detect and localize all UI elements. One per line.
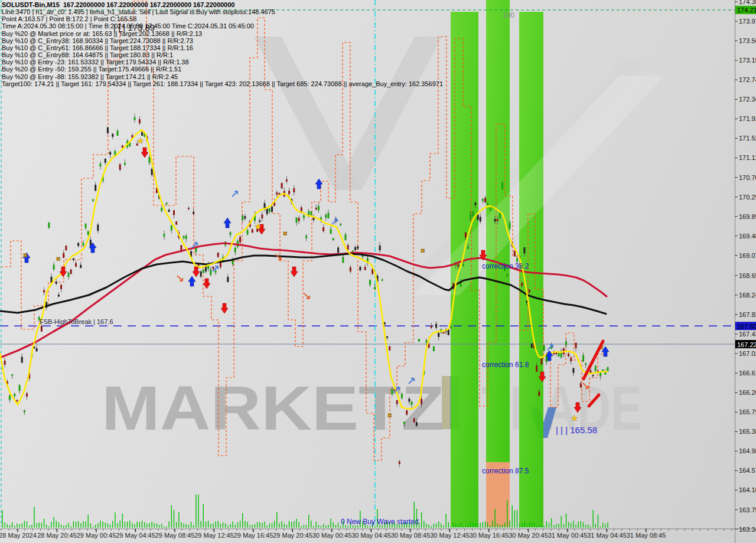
info-line: Buy %10 @ C_Entry38: 168.90334 || Target… <box>2 37 443 44</box>
info-line: Buy %10 @ C_Entry88: 164.64875 || Target… <box>2 51 443 58</box>
time-tick-label: 29 May 12:45 <box>194 532 234 539</box>
info-line: Buy %10 @ C_Entry61: 166.86666 || Target… <box>2 44 443 51</box>
x-mark-icon: ✖ <box>56 256 61 262</box>
time-tick-label: 30 May 08:45 <box>391 532 431 539</box>
price-tick-label: 168.654 <box>739 272 756 279</box>
sell-arrow-icon <box>291 267 298 277</box>
price-tick-label: 173.973 <box>739 18 756 25</box>
time-tick-label: 30 May 12:45 <box>430 532 470 539</box>
buy-arrow-icon <box>315 179 322 189</box>
slow-ma-line <box>0 243 607 358</box>
sell-arrow-icon <box>141 148 148 158</box>
price-tick-label: 170.707 <box>739 174 756 181</box>
price-tick-label: 164.165 <box>739 486 756 493</box>
price-tick-label: 163.349 <box>739 526 756 533</box>
up-right-arrow-icon <box>232 191 237 197</box>
chart-label: correction 38.2 <box>482 262 529 270</box>
time-axis[interactable]: 28 May 202428 May 20:4529 May 00:4529 Ma… <box>0 529 732 539</box>
chart-label: 100 <box>503 11 514 19</box>
price-marker-value: 167.220 <box>737 341 756 348</box>
x-mark-icon: ✖ <box>283 231 288 237</box>
price-tick-label: 167.022 <box>739 350 756 357</box>
x-mark-icon: ✖ <box>421 248 425 254</box>
price-tick-label: 163.757 <box>739 506 756 513</box>
star-icon: ★ <box>571 414 578 423</box>
price-tick-label: 165.389 <box>739 428 756 435</box>
star-icon: ★ <box>137 136 144 145</box>
buy-arrow-icon <box>188 276 195 286</box>
price-tick-label: 166.614 <box>739 369 756 377</box>
info-line: Line:3470 | h1_atr_c0: 1.495 | tema_h1_s… <box>2 8 443 15</box>
time-tick-label: 30 May 16:45 <box>470 532 509 539</box>
price-tick-label: 170.299 <box>739 194 756 201</box>
down-right-arrow-icon <box>304 293 309 299</box>
sell-arrow-icon <box>221 303 228 313</box>
time-tick-label: 28 May 20:45 <box>37 532 77 539</box>
watermark: MARKETZTRADE <box>102 37 651 443</box>
price-tick-label: 167.430 <box>739 331 756 338</box>
price-tick-label: 166.206 <box>739 389 756 396</box>
price-marker-value: 167.600 <box>737 323 756 330</box>
watermark-bar-beige <box>442 376 450 429</box>
price-tick-label: 173.564 <box>739 37 756 44</box>
time-tick-label: 29 May 08:45 <box>155 532 195 539</box>
info-line: Target100: 174.21 || Target 161: 179.543… <box>2 80 443 87</box>
up-right-arrow-icon <box>332 219 337 224</box>
time-tick-label: 28 May 2024 <box>0 532 37 539</box>
buy-arrow-icon <box>224 218 231 228</box>
chart-label: correction 87.5 <box>482 467 529 475</box>
price-tick-label: 169.483 <box>739 233 756 240</box>
price-marker-value: 174.210 <box>737 6 756 14</box>
price-tick-label: 171.524 <box>739 135 756 142</box>
wave-bands <box>413 0 665 527</box>
time-tick-label: 30 May 04:45 <box>351 532 391 539</box>
down-right-arrow-icon <box>177 276 183 281</box>
time-tick-label: 29 May 00:45 <box>77 532 116 539</box>
price-tick-label: 172.748 <box>739 76 756 83</box>
chart-labels: | | | 173.89100FSB-HighToBreak | 167.6co… <box>40 11 597 526</box>
time-tick-label: 31 May 00:45 <box>548 532 588 539</box>
chart-label: FSB-HighToBreak | 167.6 <box>40 318 113 325</box>
info-line: Time A:2024.05.30 08:15:00 | Time B:2024… <box>2 22 443 30</box>
price-tick-label: 168.246 <box>739 292 756 299</box>
time-tick-label: 29 May 04:45 <box>116 532 155 539</box>
price-tick-label: 169.075 <box>739 252 756 259</box>
info-line: SOLUSDT-Bin,M15 167.22000000 167.2200000… <box>2 1 443 8</box>
chart-window: MARKETZTRADE★★★✖✖✖✖✖✖| | | 173.89100FSB-… <box>0 0 756 543</box>
time-tick-label: 31 May 04:45 <box>587 532 627 539</box>
info-line: Buy %20 @ Entry -88: 155.92382 || Target… <box>2 73 443 80</box>
volume-histogram <box>2 495 608 528</box>
time-tick-label: 29 May 16:45 <box>234 532 273 539</box>
price-tick-label: 171.116 <box>739 154 756 161</box>
price-tick-label: 167.838 <box>739 311 756 318</box>
price-tick-label: 164.981 <box>739 447 756 454</box>
sell-arrow-icon <box>203 279 210 289</box>
price-tick-label: 171.932 <box>739 115 756 122</box>
time-tick-label: 30 May 20:45 <box>509 532 548 539</box>
time-tick-label: 30 May 00:45 <box>312 532 352 539</box>
info-panel: SOLUSDT-Bin,M15 167.22000000 167.2200000… <box>2 1 443 87</box>
chart-label: | | | 165.58 <box>556 425 597 435</box>
price-tick-label: 165.797 <box>739 408 756 416</box>
time-tick-label: 29 May 20:45 <box>273 532 312 539</box>
info-line: Point A:163.57 | Point B:172.2 | Point C… <box>2 15 443 22</box>
price-tick-label: 172.340 <box>739 96 756 103</box>
x-mark-icon: ✖ <box>387 413 392 418</box>
time-tick-label: 31 May 08:45 <box>627 532 666 539</box>
price-tick-label: 173.156 <box>739 57 756 64</box>
chart-label: correction 61.8 <box>482 361 529 369</box>
price-tick-label: 164.573 <box>739 467 756 474</box>
chart-label: 0 New Buy Wave started <box>341 518 419 526</box>
info-line: Buy %20 @ Market price or at: 165.63 || … <box>2 30 443 37</box>
star-icon: ★ <box>255 222 262 231</box>
x-mark-icon: ✖ <box>23 253 28 259</box>
info-line: Buy %20 @ Entry -50: 159.255 || Target:1… <box>2 66 443 73</box>
price-tick-label: 169.891 <box>739 213 756 220</box>
price-tick-label: 174.381 <box>739 0 756 5</box>
info-line: Buy %10 @ Entry -23: 161.53332 || Target… <box>2 58 443 66</box>
